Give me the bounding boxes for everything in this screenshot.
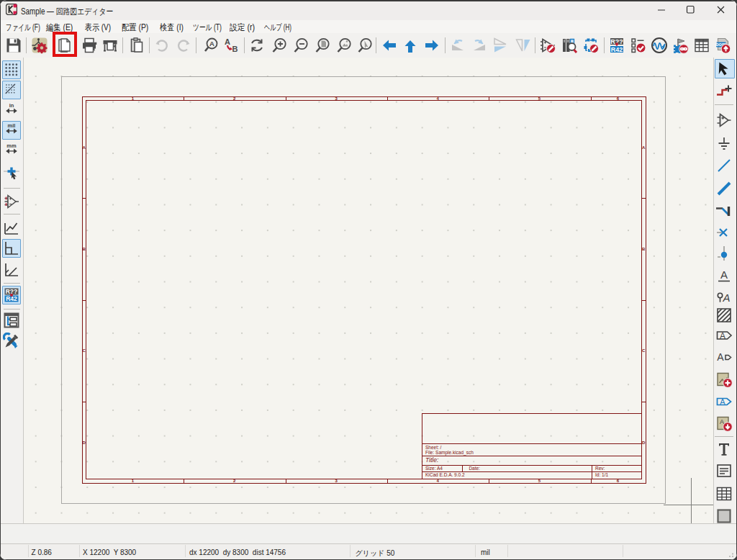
svg-text:A: A: [722, 292, 730, 304]
svg-text:A: A: [720, 268, 728, 281]
svg-text:mil: mil: [8, 122, 16, 129]
svg-text:B: B: [232, 45, 238, 53]
svg-text:A: A: [225, 37, 230, 46]
svg-text:A: A: [720, 331, 725, 341]
svg-text:R42: R42: [611, 46, 623, 53]
svg-text:A: A: [209, 40, 214, 48]
svg-text:A: A: [717, 351, 724, 363]
svg-text:in: in: [9, 102, 14, 109]
svg-text:A: A: [720, 418, 724, 425]
svg-text:A: A: [720, 397, 725, 406]
svg-text:mm: mm: [6, 143, 17, 149]
